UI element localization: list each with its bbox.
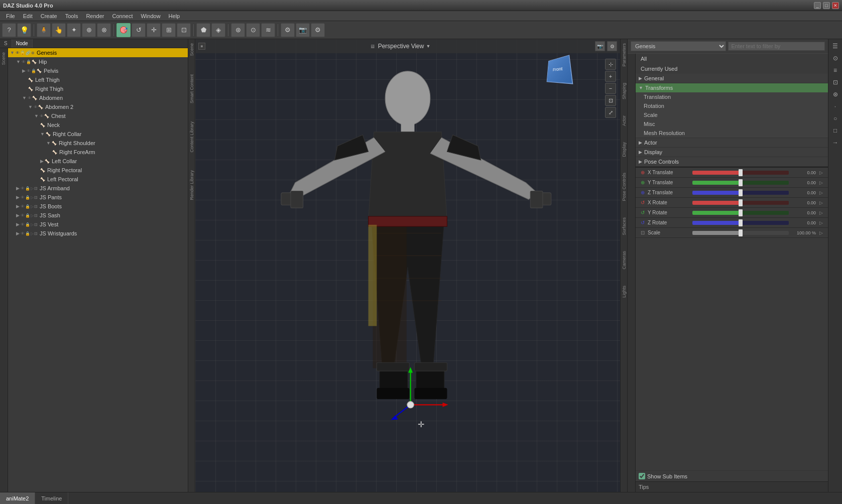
y-translate-right-icon[interactable]: ▷: [817, 179, 825, 187]
tool-surfaces2[interactable]: ◈: [211, 23, 225, 37]
tree-item-chest[interactable]: ▼ 👁 🦴 Chest: [8, 111, 188, 120]
tool-move[interactable]: ✛: [147, 23, 161, 37]
tool-morph[interactable]: ⊛: [231, 23, 245, 37]
param-group-general-header[interactable]: ▶ General: [636, 74, 828, 83]
menu-create[interactable]: Create: [37, 12, 61, 20]
minimize-button[interactable]: _: [814, 2, 821, 9]
tree-item-hip[interactable]: ▼ 👁 🔒 🦴 Hip: [8, 57, 188, 66]
tool-weight[interactable]: ⊙: [246, 23, 260, 37]
vtab-display[interactable]: Display: [621, 138, 627, 161]
viewport[interactable]: ≡ 🖥 Perspective View ▼ 📷 ⚙ Front: [195, 39, 620, 492]
menu-window[interactable]: Window: [137, 12, 164, 20]
y-rotate-track[interactable]: [692, 211, 789, 215]
tool-scale2[interactable]: ⊞: [162, 23, 176, 37]
vtab-scene[interactable]: Scene: [188, 39, 195, 60]
right-icon-menu[interactable]: ☰: [830, 41, 840, 51]
vtab-pose-controls[interactable]: Pose Controls: [621, 169, 627, 205]
tree-item-abdomen[interactable]: ▼ 👁 🦴 Abdomen: [8, 93, 188, 102]
tool-select-figure[interactable]: 🧍: [37, 23, 51, 37]
vtab-parameters[interactable]: Parameters: [621, 39, 627, 71]
vtab-surfaces[interactable]: Surfaces: [621, 213, 627, 239]
menu-tools[interactable]: Tools: [61, 12, 82, 20]
x-rotate-thumb[interactable]: [739, 199, 743, 206]
tool-geometry[interactable]: ⬟: [196, 23, 210, 37]
tool-magnet[interactable]: ⊗: [97, 23, 111, 37]
genesis-select[interactable]: Genesis: [631, 41, 726, 51]
tree-item-neck[interactable]: 🦴 Neck: [8, 120, 188, 130]
menu-render[interactable]: Render: [82, 12, 108, 20]
z-rotate-thumb[interactable]: [739, 219, 743, 226]
close-button[interactable]: ✕: [832, 2, 839, 9]
y-rotate-thumb[interactable]: [739, 209, 743, 216]
vtab-content-library[interactable]: Content Library: [188, 117, 195, 157]
x-translate-right-icon[interactable]: ▷: [817, 169, 825, 177]
x-rotate-right-icon[interactable]: ▷: [817, 199, 825, 207]
tree-item-js-wristguards[interactable]: ▶ 👁 🔒 ▷ ⊡ JS Wristguards: [8, 229, 188, 238]
z-rotate-track[interactable]: [692, 221, 789, 225]
menu-connect[interactable]: Connect: [108, 12, 137, 20]
right-icon-box[interactable]: ⊡: [830, 77, 840, 87]
vtab-cameras[interactable]: Cameras: [621, 247, 627, 274]
right-icon-arrow[interactable]: →: [830, 138, 840, 148]
param-all[interactable]: All: [636, 54, 828, 64]
right-icon-circle2[interactable]: ○: [830, 113, 840, 123]
param-mesh-resolution[interactable]: Mesh Resolution: [636, 129, 828, 138]
tool-tip[interactable]: 💡: [17, 23, 31, 37]
z-rotate-right-icon[interactable]: ▷: [817, 219, 825, 227]
menu-help[interactable]: Help: [165, 12, 184, 20]
tree-item-right-pectoral[interactable]: 🦴 Right Pectoral: [8, 166, 188, 175]
tool-smooth[interactable]: ⊕: [82, 23, 96, 37]
x-translate-thumb[interactable]: [739, 169, 743, 176]
tree-item-genesis[interactable]: ▼ 👁 🔒 🔗 ⊕ Genesis: [8, 48, 188, 57]
right-icon-target[interactable]: ⊛: [830, 89, 840, 99]
vtab-shaping[interactable]: Shaping: [621, 79, 627, 103]
tree-item-right-forearm[interactable]: 🦴 Right ForeArm: [8, 148, 188, 157]
param-group-actor-header[interactable]: ▶ Actor: [636, 138, 828, 147]
scale-track[interactable]: [692, 231, 789, 235]
tool-active[interactable]: 🎯: [116, 23, 131, 37]
right-icon-dot[interactable]: ·: [830, 101, 840, 111]
tree-item-right-shoulder[interactable]: ▼ 🦴 Right Shoulder: [8, 139, 188, 148]
tree-item-js-vest[interactable]: ▶ 👁 🔒 ▷ ⊡ JS Vest: [8, 220, 188, 229]
bottom-tab-timeline[interactable]: Timeline: [35, 492, 68, 504]
vtab-lights[interactable]: Lights: [621, 282, 627, 302]
viewport-settings-btn[interactable]: ⚙: [607, 41, 617, 51]
tool-pose[interactable]: ↺: [132, 23, 146, 37]
tool-help[interactable]: ?: [2, 23, 16, 37]
tree-item-abdomen2[interactable]: ▼ 👁 🦴 Abdomen 2: [8, 102, 188, 111]
tree-item-right-thigh[interactable]: 🦴 Right Thigh: [8, 84, 188, 93]
scale-right-icon[interactable]: ▷: [817, 229, 825, 237]
tree-item-left-pectoral[interactable]: 🦴 Left Pectoral: [8, 175, 188, 184]
right-icon-box2[interactable]: □: [830, 125, 840, 136]
param-scale[interactable]: Scale: [636, 110, 828, 119]
tool-rotate[interactable]: ✦: [67, 23, 81, 37]
menu-edit[interactable]: Edit: [19, 12, 37, 20]
tree-item-js-boots[interactable]: ▶ 👁 🔒 ▷ ⊡ JS Boots: [8, 202, 188, 211]
viewport-cam-btn[interactable]: 📷: [595, 41, 605, 51]
tree-item-right-collar[interactable]: ▼ 🦴 Right Collar: [8, 130, 188, 139]
filter-input[interactable]: [728, 42, 825, 51]
tree-item-left-collar[interactable]: ▶ 🦴 Left Collar: [8, 157, 188, 166]
right-icon-circle[interactable]: ⊙: [830, 53, 840, 63]
maximize-button[interactable]: □: [823, 2, 830, 9]
perspective-dropdown-icon[interactable]: ▼: [426, 44, 430, 49]
right-icon-list[interactable]: ≡: [830, 65, 840, 75]
viewport-menu-btn[interactable]: ≡: [198, 43, 205, 50]
y-translate-thumb[interactable]: [739, 179, 743, 186]
tool-settings[interactable]: ⚙: [311, 23, 325, 37]
param-currently-used[interactable]: Currently Used: [636, 64, 828, 74]
vtab-smart-content[interactable]: Smart Content: [188, 70, 195, 107]
z-translate-thumb[interactable]: [739, 189, 743, 196]
scene-vtab[interactable]: Scene: [0, 48, 8, 69]
vtab-render-library[interactable]: Render Library: [188, 166, 195, 204]
tool-select-node[interactable]: 👆: [52, 23, 66, 37]
tree-item-js-pants[interactable]: ▶ 👁 🔒 ▷ ⊡ JS Pants: [8, 193, 188, 202]
tab-s[interactable]: S: [0, 39, 12, 48]
show-sub-items-checkbox[interactable]: [639, 473, 645, 479]
tree-item-js-sash[interactable]: ▶ 👁 🔒 ▷ ⊡ JS Sash: [8, 211, 188, 220]
scale-thumb[interactable]: [739, 229, 743, 236]
x-translate-track[interactable]: [692, 171, 789, 175]
z-translate-right-icon[interactable]: ▷: [817, 189, 825, 197]
tool-smoothing[interactable]: ≋: [261, 23, 275, 37]
menu-file[interactable]: File: [2, 12, 19, 20]
